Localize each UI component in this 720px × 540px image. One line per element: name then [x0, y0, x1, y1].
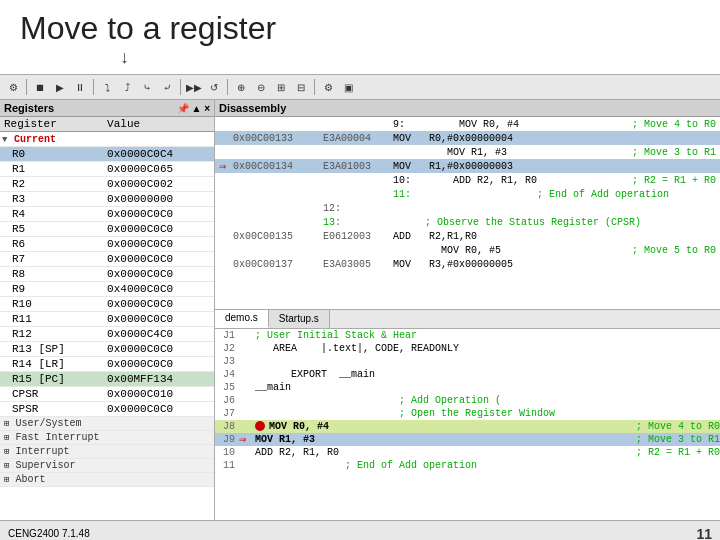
reg-name: CPSR	[0, 387, 103, 402]
src-row: J1 ; User Initial Stack & Hear	[215, 329, 720, 342]
src-comment: ; Move 4 to R0	[606, 421, 720, 432]
disasm-row: MOV R1, #3 ; Move 3 to R1	[215, 145, 720, 159]
toolbar: ⚙ ⏹ ▶ ⏸ ⤵ ⤴ ⤷ ⤶ ▶▶ ↺ ⊕ ⊖ ⊞ ⊟ ⚙ ▣	[0, 74, 720, 100]
toolbar-play-icon[interactable]: ▶	[51, 78, 69, 96]
slide-number: 11	[696, 526, 712, 541]
status-bar: CENG2400 7.1.48 11	[0, 520, 720, 540]
reg-value: 0x0000C065	[103, 162, 214, 177]
reg-group-interrupt[interactable]: ⊞ Interrupt	[0, 445, 214, 459]
tab-demo-s[interactable]: demo.s	[215, 310, 269, 328]
table-row[interactable]: R9 0x4000C0C0	[0, 282, 214, 297]
table-row[interactable]: R7 0x0000C0C0	[0, 252, 214, 267]
table-row[interactable]: R3 0x00000000	[0, 192, 214, 207]
table-row[interactable]: R11 0x0000C0C0	[0, 312, 214, 327]
toolbar-expand-icon[interactable]: ⊞	[272, 78, 290, 96]
reg-name: R3	[0, 192, 103, 207]
disasm-comment: 13: ; Observe the Status Register (CPSR)	[323, 217, 641, 228]
reg-name: R14 [LR]	[0, 357, 103, 372]
table-row[interactable]: R6 0x0000C0C0	[0, 237, 214, 252]
disasm-row: MOV R0, #5 ; Move 5 to R0	[215, 243, 720, 257]
disasm-hex: 12:	[323, 203, 393, 214]
toolbar-stepback-icon[interactable]: ⤶	[158, 78, 176, 96]
reg-name: R6	[0, 237, 103, 252]
reg-name: R10	[0, 297, 103, 312]
src-linenum: J3	[215, 356, 239, 367]
registers-panel: Registers 📌 ▲ × Register Value ▼ Current	[0, 100, 215, 520]
toolbar-sep-2	[93, 79, 94, 95]
right-panel: Disassembly 9: MOV R0, #4 ; Move 4 to R0…	[215, 100, 720, 520]
toolbar-pause-icon[interactable]: ⏸	[71, 78, 89, 96]
table-row[interactable]: SPSR 0x0000C0C0	[0, 402, 214, 417]
disasm-row: 13: ; Observe the Status Register (CPSR)	[215, 215, 720, 229]
registers-table: Register Value ▼ Current R0 0x0000C0C4	[0, 117, 214, 487]
table-row[interactable]: R10 0x0000C0C0	[0, 297, 214, 312]
src-comment: ; R2 = R1 + R0	[606, 447, 720, 458]
src-code: ADD R2, R1, R0	[253, 447, 606, 458]
reg-name: R13 [SP]	[0, 342, 103, 357]
disasm-addr: 0x00C00134	[233, 161, 323, 172]
toolbar-reset-icon[interactable]: ↺	[205, 78, 223, 96]
reg-value: 0x0000C0C0	[103, 402, 214, 417]
current-arrow-icon: ⇒	[219, 159, 233, 174]
reg-group-abort[interactable]: ⊞ Abort	[0, 473, 214, 487]
disasm-hex: E3A00004	[323, 133, 393, 144]
reg-current-label: Current	[14, 134, 56, 145]
src-code: ; Add Operation (	[253, 395, 720, 406]
table-row[interactable]: R12 0x0000C4C0	[0, 327, 214, 342]
disasm-addr: 0x00C00133	[233, 133, 323, 144]
toolbar-pct-icon[interactable]: ⚙	[4, 78, 22, 96]
table-row[interactable]: R8 0x0000C0C0	[0, 267, 214, 282]
toolbar-sep-3	[180, 79, 181, 95]
reg-group-supervisor[interactable]: ⊞ Supervisor	[0, 459, 214, 473]
disasm-comment: ; Move 5 to R0	[596, 245, 716, 256]
src-row: J6 ; Add Operation (	[215, 394, 720, 407]
src-linenum: J5	[215, 382, 239, 393]
src-linenum: J8	[215, 421, 239, 432]
table-row[interactable]: R15 [PC] 0x00MFF134	[0, 372, 214, 387]
toolbar-step-icon[interactable]: ⤵	[98, 78, 116, 96]
src-code: ; User Initial Stack & Hear	[253, 330, 720, 341]
table-row[interactable]: R1 0x0000C065	[0, 162, 214, 177]
table-row[interactable]: R14 [LR] 0x0000C0C0	[0, 357, 214, 372]
tab-startup-s[interactable]: Startup.s	[269, 310, 330, 328]
table-row[interactable]: R2 0x0000C002	[0, 177, 214, 192]
course-code: CENG2400 7.1.48	[8, 528, 90, 539]
reg-group-fast-interrupt[interactable]: ⊞ Fast Interrupt	[0, 431, 214, 445]
table-row[interactable]: R5 0x0000C0C0	[0, 222, 214, 237]
table-row[interactable]: R0 0x0000C0C4	[0, 147, 214, 162]
table-row[interactable]: R13 [SP] 0x0000C0C0	[0, 342, 214, 357]
reg-name: SPSR	[0, 402, 103, 417]
registers-pin-icon[interactable]: 📌 ▲ ×	[177, 103, 210, 114]
reg-value: 0x0000C0C0	[103, 222, 214, 237]
toolbar-settings-icon[interactable]: ⚙	[319, 78, 337, 96]
src-row: 11 ; End of Add operation	[215, 459, 720, 472]
reg-name: R4	[0, 207, 103, 222]
toolbar-zoom-in-icon[interactable]: ⊕	[232, 78, 250, 96]
disasm-code: MOV R0, #5	[393, 245, 596, 256]
reg-value: 0x0000C0C0	[103, 237, 214, 252]
src-row-bp: J8 MOV R0, #4 ; Move 4 to R0	[215, 420, 720, 433]
toolbar-run-icon[interactable]: ▶▶	[185, 78, 203, 96]
table-row[interactable]: CPSR 0x0000C010	[0, 387, 214, 402]
reg-col-value: Value	[103, 117, 214, 132]
toolbar-stepout-icon[interactable]: ⤷	[138, 78, 156, 96]
disasm-row: 12:	[215, 201, 720, 215]
reg-value: 0x0000C0C4	[103, 147, 214, 162]
toolbar-stepover-icon[interactable]: ⤴	[118, 78, 136, 96]
disasm-hex: E3A03005	[323, 259, 393, 270]
toolbar-stop-icon[interactable]: ⏹	[31, 78, 49, 96]
toolbar-more-icon[interactable]: ▣	[339, 78, 357, 96]
src-row-current: J9 ⇒ MOV R1, #3 ; Move 3 to R1	[215, 433, 720, 446]
disasm-hex: E3A01003	[323, 161, 393, 172]
table-row[interactable]: R4 0x0000C0C0	[0, 207, 214, 222]
reg-group-user-system[interactable]: ⊞ User/System	[0, 417, 214, 431]
toolbar-zoom-out-icon[interactable]: ⊖	[252, 78, 270, 96]
disassembly-title: Disassembly	[215, 100, 720, 117]
toolbar-collapse-icon[interactable]: ⊟	[292, 78, 310, 96]
reg-value: 0x0000C010	[103, 387, 214, 402]
disasm-code: 9: MOV R0, #4	[393, 119, 590, 130]
disasm-row-current: ⇒ 0x00C00134 E3A01003 MOV R1,#0x00000003	[215, 159, 720, 173]
src-linenum: J9	[215, 434, 239, 445]
breakpoint-icon	[255, 421, 265, 431]
src-code: ; Open the Register Window	[253, 408, 720, 419]
